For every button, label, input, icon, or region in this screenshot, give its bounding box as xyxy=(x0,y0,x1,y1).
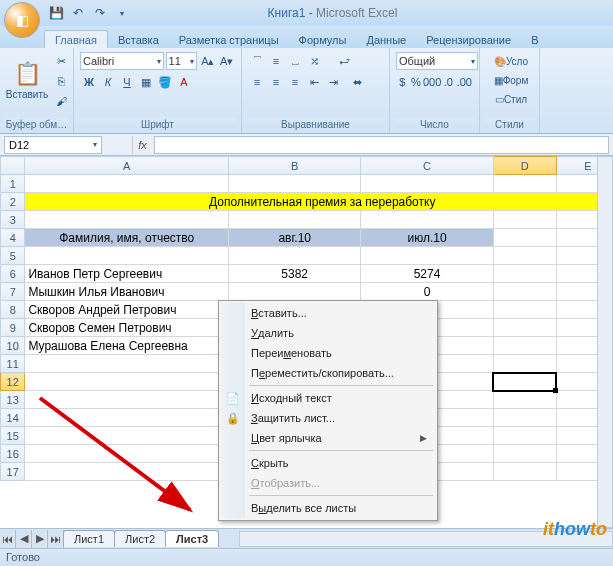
cell[interactable]: 5382 xyxy=(229,265,361,283)
cell[interactable] xyxy=(25,409,229,427)
shrink-font-icon[interactable]: A▾ xyxy=(218,52,235,70)
tab-formulas[interactable]: Формулы xyxy=(289,31,357,48)
nav-last-icon[interactable]: ⏭ xyxy=(48,530,64,548)
currency-icon[interactable]: $ xyxy=(396,73,409,91)
row-header[interactable]: 8 xyxy=(1,301,25,319)
nav-next-icon[interactable]: ▶ xyxy=(32,530,48,548)
cell-styles-button[interactable]: ▭ Стил xyxy=(486,90,536,108)
table-header-cell[interactable]: Фамилия, имя, отчество xyxy=(25,229,229,247)
ctx-delete[interactable]: Удалить xyxy=(221,323,435,343)
cell[interactable] xyxy=(229,283,361,301)
row-header[interactable]: 11 xyxy=(1,355,25,373)
cell[interactable] xyxy=(493,175,556,193)
orientation-icon[interactable]: ⤮ xyxy=(305,52,323,70)
cell[interactable] xyxy=(25,355,229,373)
cell[interactable]: 5274 xyxy=(361,265,493,283)
cell[interactable] xyxy=(25,391,229,409)
format-painter-icon[interactable]: 🖌 xyxy=(52,92,70,110)
font-size-combo[interactable]: 11▾ xyxy=(166,52,198,70)
row-header[interactable]: 5 xyxy=(1,247,25,265)
border-icon[interactable]: ▦ xyxy=(137,73,155,91)
formula-input[interactable] xyxy=(154,136,609,154)
increase-indent-icon[interactable]: ⇥ xyxy=(324,73,342,91)
ctx-insert[interactable]: Вставить... xyxy=(221,303,435,323)
font-name-combo[interactable]: Calibri▾ xyxy=(80,52,164,70)
cell[interactable] xyxy=(493,409,556,427)
name-box[interactable]: D12▾ xyxy=(4,136,102,154)
row-header[interactable]: 10 xyxy=(1,337,25,355)
decrease-decimal-icon[interactable]: .00 xyxy=(456,73,473,91)
cell[interactable] xyxy=(229,175,361,193)
undo-icon[interactable]: ↶ xyxy=(70,5,86,21)
cell[interactable] xyxy=(229,247,361,265)
row-header[interactable]: 7 xyxy=(1,283,25,301)
col-header[interactable] xyxy=(1,157,25,175)
tab-data[interactable]: Данные xyxy=(356,31,416,48)
cell[interactable] xyxy=(493,427,556,445)
copy-icon[interactable]: ⎘ xyxy=(52,72,70,90)
sheet-tab-1[interactable]: Лист1 xyxy=(63,530,115,547)
ctx-source[interactable]: 📄Исходный текст xyxy=(221,388,435,408)
row-header[interactable]: 12 xyxy=(1,373,25,391)
cell[interactable]: Иванов Петр Сергеевич xyxy=(25,265,229,283)
cell[interactable] xyxy=(493,337,556,355)
row-header[interactable]: 4 xyxy=(1,229,25,247)
align-bottom-icon[interactable]: ⎵ xyxy=(286,52,304,70)
cell[interactable] xyxy=(361,175,493,193)
row-header[interactable]: 17 xyxy=(1,463,25,481)
cell[interactable] xyxy=(25,211,229,229)
format-table-button[interactable]: ▦ Форм xyxy=(486,71,536,89)
align-top-icon[interactable]: ⎴ xyxy=(248,52,266,70)
percent-icon[interactable]: % xyxy=(410,73,423,91)
sheet-tab-3[interactable]: Лист3 xyxy=(165,530,219,547)
row-header[interactable]: 2 xyxy=(1,193,25,211)
row-header[interactable]: 1 xyxy=(1,175,25,193)
row-header[interactable]: 13 xyxy=(1,391,25,409)
save-icon[interactable]: 💾 xyxy=(48,5,64,21)
italic-button[interactable]: К xyxy=(99,73,117,91)
cell[interactable] xyxy=(229,211,361,229)
ctx-tabcolor[interactable]: Цвет ярлычка▶ xyxy=(221,428,435,448)
bold-button[interactable]: Ж xyxy=(80,73,98,91)
cell[interactable] xyxy=(493,229,556,247)
cell[interactable] xyxy=(25,247,229,265)
underline-button[interactable]: Ч xyxy=(118,73,136,91)
font-color-icon[interactable]: A xyxy=(175,73,193,91)
cell[interactable] xyxy=(493,319,556,337)
conditional-format-button[interactable]: 🎨 Усло xyxy=(486,52,536,70)
row-header[interactable]: 16 xyxy=(1,445,25,463)
decrease-indent-icon[interactable]: ⇤ xyxy=(305,73,323,91)
ctx-protect[interactable]: 🔒Защитить лист... xyxy=(221,408,435,428)
cell[interactable] xyxy=(25,373,229,391)
cell[interactable] xyxy=(493,283,556,301)
tab-view[interactable]: В xyxy=(521,31,548,48)
tab-home[interactable]: Главная xyxy=(44,30,108,48)
ctx-rename[interactable]: Переименовать xyxy=(221,343,435,363)
fill-color-icon[interactable]: 🪣 xyxy=(156,73,174,91)
cell[interactable]: 0 xyxy=(361,283,493,301)
cell[interactable] xyxy=(493,265,556,283)
nav-first-icon[interactable]: ⏮ xyxy=(0,530,16,548)
cell[interactable] xyxy=(361,247,493,265)
cell[interactable] xyxy=(493,301,556,319)
col-header[interactable]: B xyxy=(229,157,361,175)
cell[interactable] xyxy=(25,427,229,445)
align-right-icon[interactable]: ≡ xyxy=(286,73,304,91)
cell[interactable] xyxy=(493,373,556,391)
col-header[interactable]: C xyxy=(361,157,493,175)
table-header-cell[interactable]: июл.10 xyxy=(361,229,493,247)
col-header[interactable]: A xyxy=(25,157,229,175)
vertical-scrollbar[interactable] xyxy=(597,156,613,528)
merged-title-cell[interactable]: Дополнительная премия за переработку xyxy=(25,193,613,211)
merge-icon[interactable]: ⬌ xyxy=(343,73,371,91)
comma-icon[interactable]: 000 xyxy=(423,73,441,91)
cell[interactable] xyxy=(25,445,229,463)
row-header[interactable]: 3 xyxy=(1,211,25,229)
qat-dropdown-icon[interactable]: ▾ xyxy=(114,5,130,21)
tab-review[interactable]: Рецензирование xyxy=(416,31,521,48)
cell[interactable] xyxy=(493,463,556,481)
ctx-selectall[interactable]: Выделить все листы xyxy=(221,498,435,518)
cell[interactable] xyxy=(493,247,556,265)
row-header[interactable]: 15 xyxy=(1,427,25,445)
cell[interactable]: Мышкин Илья Иванович xyxy=(25,283,229,301)
